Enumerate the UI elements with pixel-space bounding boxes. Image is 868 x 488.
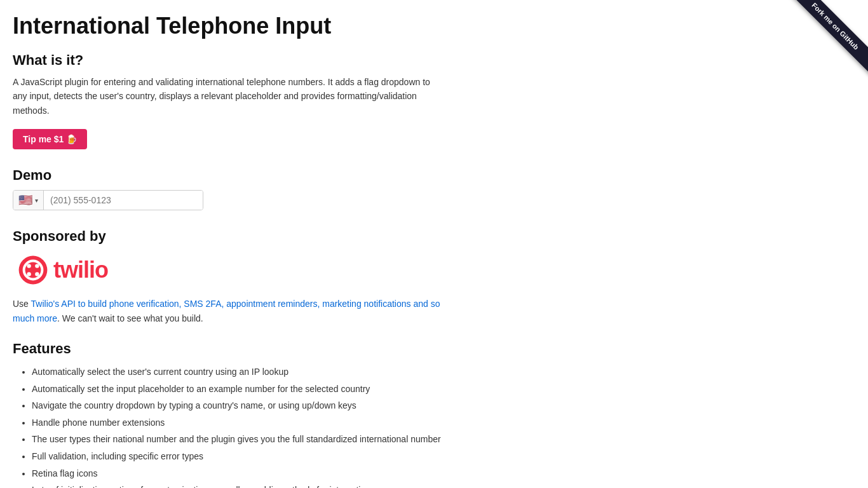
sponsor-description: Use Twilio's API to build phone verifica… xyxy=(13,297,445,325)
demo-section: Demo 🇺🇸 ▾ xyxy=(13,167,445,210)
country-flag: 🇺🇸 xyxy=(18,194,32,206)
features-list: Automatically select the user's current … xyxy=(13,363,445,488)
github-ribbon-link[interactable]: Fork me on GitHub xyxy=(785,0,868,78)
twilio-logo: twilio xyxy=(18,255,445,285)
twilio-icon-svg xyxy=(18,255,48,285)
what-is-it-heading: What is it? xyxy=(13,52,445,69)
github-ribbon[interactable]: Fork me on GitHub xyxy=(785,0,868,83)
what-is-it-section: What is it? A JavaScript plugin for ente… xyxy=(13,52,445,118)
demo-heading: Demo xyxy=(13,167,445,184)
svg-point-3 xyxy=(35,264,39,268)
svg-point-2 xyxy=(27,264,31,268)
svg-point-4 xyxy=(27,272,31,276)
tip-button[interactable]: Tip me $1 🍺 xyxy=(13,129,87,149)
sponsored-section: Sponsored by twilio Use Twilio's API to … xyxy=(13,228,445,325)
sponsor-desc-prefix: Use xyxy=(13,299,31,309)
phone-input-container: 🇺🇸 ▾ xyxy=(13,190,203,210)
main-content: International Telephone Input What is it… xyxy=(0,0,458,488)
page-title: International Telephone Input xyxy=(13,13,445,39)
feature-item: Automatically set the input placeholder … xyxy=(32,381,445,398)
feature-item: The user types their national number and… xyxy=(32,431,445,448)
feature-item: Lots of initialisation options for custo… xyxy=(32,482,445,488)
feature-item: Retina flag icons xyxy=(32,465,445,482)
feature-item: Automatically select the user's current … xyxy=(32,363,445,381)
sponsor-desc-suffix: . We can't wait to see what you build. xyxy=(57,313,203,323)
phone-number-input[interactable] xyxy=(44,191,203,210)
feature-item: Full validation, including specific erro… xyxy=(32,448,445,465)
features-section: Features Automatically select the user's… xyxy=(13,341,445,488)
feature-item: Navigate the country dropdown by typing … xyxy=(32,397,445,414)
twilio-logo-text: twilio xyxy=(53,257,108,283)
flag-dropdown[interactable]: 🇺🇸 ▾ xyxy=(13,191,44,210)
sponsored-heading: Sponsored by xyxy=(13,228,445,245)
features-heading: Features xyxy=(13,341,445,357)
what-is-it-description: A JavaScript plugin for entering and val… xyxy=(13,75,445,118)
feature-item: Handle phone number extensions xyxy=(32,414,445,431)
svg-point-5 xyxy=(35,272,39,276)
dropdown-arrow-icon: ▾ xyxy=(35,197,38,204)
